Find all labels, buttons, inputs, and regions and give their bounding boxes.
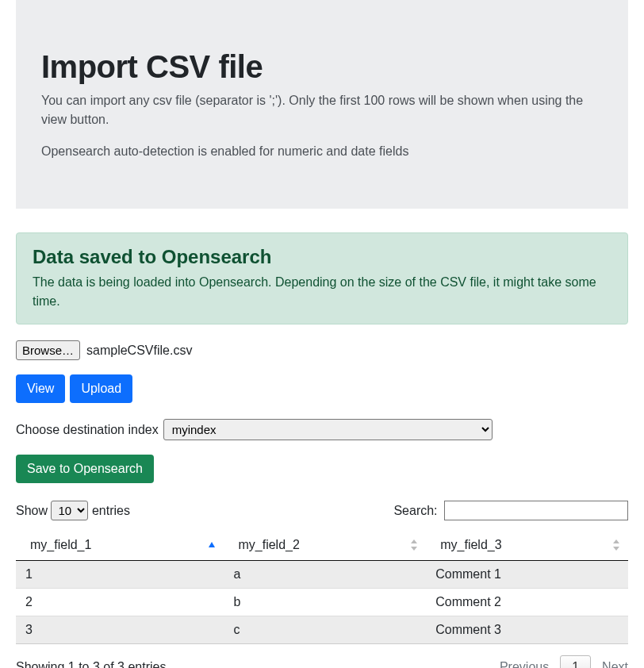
alert-title: Data saved to Opensearch xyxy=(33,246,611,268)
svg-marker-4 xyxy=(613,547,619,551)
table-cell: Comment 2 xyxy=(426,589,628,616)
table-cell: Comment 3 xyxy=(426,616,628,644)
selected-filename: sampleCSVfile.csv xyxy=(86,344,192,358)
destination-select[interactable]: myindex xyxy=(163,419,493,440)
view-button[interactable]: View xyxy=(16,374,65,403)
sort-both-icon xyxy=(410,539,418,551)
table-cell: c xyxy=(224,616,426,644)
sort-both-icon xyxy=(612,539,620,551)
header-panel: Import CSV file You can import any csv f… xyxy=(16,0,628,209)
table-cell: 3 xyxy=(16,616,224,644)
alert-success: Data saved to Opensearch The data is bei… xyxy=(16,232,628,324)
next-page[interactable]: Next xyxy=(602,660,628,668)
length-control: Show 10 entries xyxy=(16,501,130,520)
table-row: 2 b Comment 2 xyxy=(16,589,628,616)
svg-marker-0 xyxy=(209,542,215,547)
search-control: Search: xyxy=(393,501,628,520)
table-cell: a xyxy=(224,561,426,589)
alert-body: The data is being loaded into Opensearch… xyxy=(33,273,611,311)
upload-button[interactable]: Upload xyxy=(70,374,132,403)
sort-asc-icon xyxy=(208,541,216,549)
table-info: Showing 1 to 3 of 3 entries xyxy=(16,660,166,668)
table-cell: Comment 1 xyxy=(426,561,628,589)
header-desc-2: Opensearch auto-detection is enabled for… xyxy=(41,142,603,161)
save-button[interactable]: Save to Opensearch xyxy=(16,455,154,483)
search-input[interactable] xyxy=(444,501,628,520)
destination-label: Choose destination index xyxy=(16,423,159,437)
table-cell: 1 xyxy=(16,561,224,589)
svg-marker-3 xyxy=(613,539,619,543)
search-label: Search: xyxy=(393,504,437,517)
pagination: Previous 1 Next xyxy=(500,655,628,668)
svg-marker-1 xyxy=(411,539,417,543)
column-header[interactable]: my_field_3 xyxy=(426,530,628,561)
page-number[interactable]: 1 xyxy=(560,655,591,668)
previous-page[interactable]: Previous xyxy=(500,660,549,668)
browse-button[interactable]: Browse… xyxy=(16,340,80,360)
data-table: my_field_1 my_field_2 my_field_3 xyxy=(16,530,628,644)
table-cell: b xyxy=(224,589,426,616)
column-header[interactable]: my_field_1 xyxy=(16,530,224,561)
page-title: Import CSV file xyxy=(41,49,603,85)
length-select[interactable]: 10 xyxy=(51,501,88,520)
header-desc-1: You can import any csv file (separator i… xyxy=(41,91,603,129)
svg-marker-2 xyxy=(411,547,417,551)
table-row: 1 a Comment 1 xyxy=(16,561,628,589)
column-header[interactable]: my_field_2 xyxy=(224,530,426,561)
table-cell: 2 xyxy=(16,589,224,616)
file-picker-row: Browse… sampleCSVfile.csv xyxy=(16,340,628,360)
table-row: 3 c Comment 3 xyxy=(16,616,628,644)
